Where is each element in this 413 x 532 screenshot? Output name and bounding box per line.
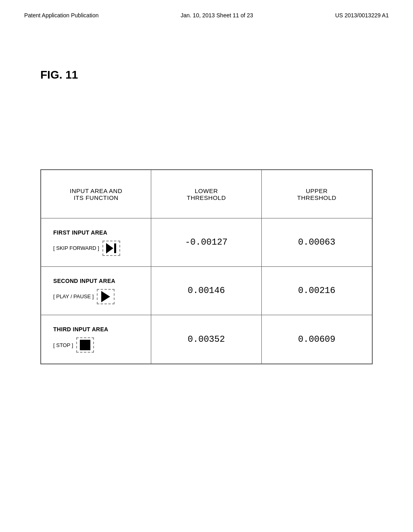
header-center: Jan. 10, 2013 Sheet 11 of 23 — [181, 12, 253, 19]
col-header-upper-line1: UPPER — [306, 187, 327, 194]
row2-input-cell: SECOND INPUT AREA [ PLAY / PAUSE ] — [41, 267, 151, 315]
col-header-lower-line2: THRESHOLD — [187, 194, 226, 201]
row2-icon-box — [97, 289, 115, 304]
col-header-input-line2: ITS FUNCTION — [74, 194, 119, 201]
row1-icon-box — [102, 241, 120, 256]
row3-upper-threshold: 0.00609 — [262, 315, 372, 364]
row3-area-label: THIRD INPUT AREA — [53, 326, 108, 332]
row1-lower-threshold: -0.00127 — [151, 218, 261, 267]
row3-function-row: [ STOP ] — [53, 337, 94, 353]
row2-function-label: [ PLAY / PAUSE ] — [53, 293, 94, 299]
row1-function-label: [ SKIP FORWARD ] — [53, 245, 99, 251]
data-table: INPUT AREA AND ITS FUNCTION LOWER THRESH… — [40, 169, 373, 364]
skip-forward-icon — [106, 243, 116, 254]
row1-input-cell: FIRST INPUT AREA [ SKIP FORWARD ] — [41, 218, 151, 267]
column-header-upper: UPPER THRESHOLD — [262, 170, 372, 218]
column-header-input: INPUT AREA AND ITS FUNCTION — [41, 170, 151, 218]
page-header: Patent Application Publication Jan. 10, … — [0, 0, 413, 19]
play-icon — [101, 291, 110, 302]
header-left: Patent Application Publication — [24, 12, 98, 19]
row3-input-cell: THIRD INPUT AREA [ STOP ] — [41, 315, 151, 364]
figure-label: FIG. 11 — [40, 69, 78, 81]
column-header-lower: LOWER THRESHOLD — [151, 170, 261, 218]
table-grid: INPUT AREA AND ITS FUNCTION LOWER THRESH… — [41, 170, 372, 364]
header-right: US 2013/0013229 A1 — [335, 12, 389, 19]
row1-upper-threshold: 0.00063 — [262, 218, 372, 267]
row3-function-label: [ STOP ] — [53, 342, 73, 348]
row3-icon-box — [76, 337, 94, 353]
col-header-upper-line2: THRESHOLD — [297, 194, 336, 201]
row2-lower-threshold: 0.00146 — [151, 267, 261, 315]
row1-area-label: FIRST INPUT AREA — [53, 229, 107, 236]
row3-lower-threshold: 0.00352 — [151, 315, 261, 364]
row1-function-row: [ SKIP FORWARD ] — [53, 241, 120, 256]
col-header-lower-line1: LOWER — [195, 187, 218, 194]
row2-function-row: [ PLAY / PAUSE ] — [53, 289, 115, 304]
row2-area-label: SECOND INPUT AREA — [53, 278, 115, 284]
stop-icon — [80, 340, 90, 350]
col-header-input-line1: INPUT AREA AND — [70, 187, 122, 194]
row2-upper-threshold: 0.00216 — [262, 267, 372, 315]
